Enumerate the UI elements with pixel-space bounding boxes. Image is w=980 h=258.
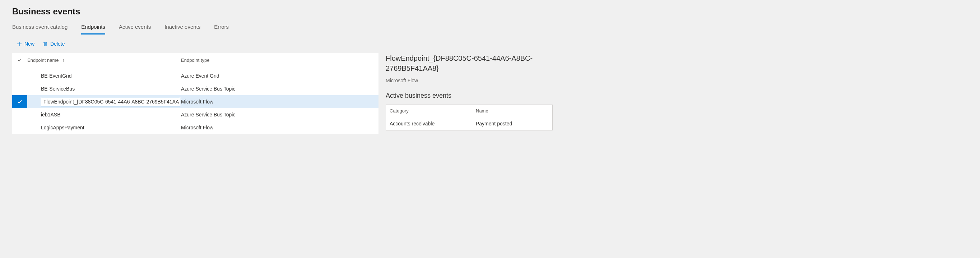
column-header-name[interactable]: Name	[476, 108, 552, 113]
active-events-grid: Category Name Accounts receivablePayment…	[386, 105, 553, 131]
endpoint-name-cell: LogicAppsPayment	[41, 125, 181, 131]
endpoint-type-cell: Microsoft Flow	[181, 99, 379, 105]
plus-icon	[16, 41, 22, 47]
active-events-header-row: Category Name	[386, 105, 552, 117]
row-checkbox[interactable]	[12, 95, 27, 108]
column-header-endpoint-type[interactable]: Endpoint type	[181, 57, 379, 63]
table-row[interactable]: Accounts receivablePayment posted	[386, 117, 552, 130]
select-all-checkbox[interactable]	[12, 57, 27, 62]
sort-ascending-icon: ↑	[62, 57, 65, 63]
endpoint-type-cell: Azure Service Bus Topic	[181, 86, 379, 92]
table-row[interactable]: LogicAppsPaymentMicrosoft Flow	[12, 121, 379, 134]
tab-inactive-events[interactable]: Inactive events	[164, 24, 200, 35]
detail-pane: FlowEndpoint_{DF88C05C-6541-44A6-A8BC-27…	[379, 6, 980, 134]
page-title: Business events	[12, 6, 379, 16]
new-button[interactable]: New	[16, 41, 35, 47]
tab-errors[interactable]: Errors	[214, 24, 229, 35]
grid-header-row: Endpoint name ↑ Endpoint type	[12, 53, 379, 67]
endpoint-name-cell: BE-EventGrid	[41, 73, 181, 79]
endpoint-name-cell: BE-ServiceBus	[41, 86, 181, 92]
action-bar: New Delete	[12, 41, 379, 47]
endpoint-type-cell: Microsoft Flow	[181, 125, 379, 131]
column-header-endpoint-name[interactable]: Endpoint name ↑	[27, 57, 181, 63]
trash-icon	[42, 41, 48, 47]
table-row[interactable]: BE-EventGridAzure Event Grid	[12, 69, 379, 82]
tab-business-event-catalog[interactable]: Business event catalog	[12, 24, 67, 35]
check-icon	[17, 57, 22, 62]
new-button-label: New	[24, 41, 35, 47]
category-cell: Accounts receivable	[386, 121, 476, 126]
endpoint-type-cell: Azure Event Grid	[181, 73, 379, 79]
check-icon	[17, 99, 22, 105]
endpoint-type-cell: Azure Service Bus Topic	[181, 112, 379, 118]
name-cell: Payment posted	[476, 121, 552, 126]
delete-button[interactable]: Delete	[42, 41, 65, 47]
tab-endpoints[interactable]: Endpoints	[81, 24, 105, 35]
detail-subtitle: Microsoft Flow	[386, 78, 980, 83]
endpoint-name-cell: ieb1ASB	[41, 112, 181, 118]
column-header-category[interactable]: Category	[386, 108, 476, 113]
table-row[interactable]: FlowEndpoint_{DF88C05C-6541-44A6-A8BC-27…	[12, 95, 379, 108]
endpoints-grid: Endpoint name ↑ Endpoint type BE-EventGr…	[12, 53, 379, 134]
endpoint-name-cell[interactable]: FlowEndpoint_{DF88C05C-6541-44A6-A8BC-27…	[41, 97, 180, 107]
table-row[interactable]: ieb1ASBAzure Service Bus Topic	[12, 108, 379, 121]
section-heading-active-events: Active business events	[386, 92, 980, 100]
tab-active-events[interactable]: Active events	[119, 24, 151, 35]
delete-button-label: Delete	[50, 41, 65, 47]
table-row[interactable]: BE-ServiceBusAzure Service Bus Topic	[12, 82, 379, 95]
detail-title: FlowEndpoint_{DF88C05C-6541-44A6-A8BC-27…	[386, 53, 544, 73]
column-header-endpoint-name-label: Endpoint name	[27, 57, 59, 63]
tab-bar: Business event catalog Endpoints Active …	[12, 24, 379, 35]
